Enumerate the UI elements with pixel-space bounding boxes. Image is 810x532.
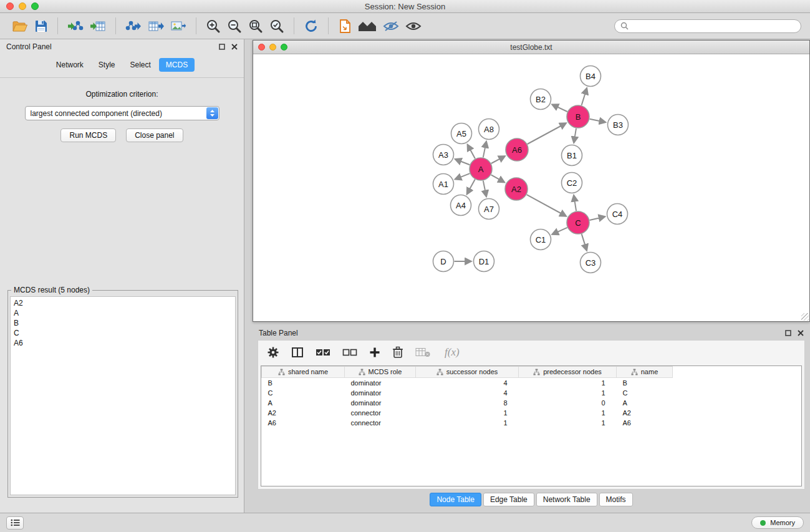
graph-edge-A-A6[interactable] [491, 156, 505, 163]
table-cell[interactable]: A [262, 398, 345, 408]
column-header-name[interactable]: name [617, 367, 673, 378]
table-cell[interactable]: B [262, 378, 345, 388]
graph-node-A7[interactable]: A7 [479, 199, 499, 220]
graph-edge-C-C2[interactable] [574, 195, 576, 211]
graph-node-B1[interactable]: B1 [562, 145, 582, 166]
table-row[interactable]: Bdominator41B [262, 378, 802, 388]
network-window-titlebar[interactable]: testGlobe.txt [253, 41, 809, 54]
export-network-button[interactable] [122, 18, 145, 34]
task-history-button[interactable] [6, 516, 24, 530]
table-cell[interactable]: 8 [416, 398, 519, 408]
network-close-button[interactable] [258, 44, 265, 51]
criterion-dropdown[interactable]: largest connected component (directed) [25, 106, 219, 120]
zoom-window-button[interactable] [31, 2, 39, 10]
mcds-result-item[interactable]: B [14, 318, 232, 328]
graph-node-A2[interactable]: A2 [505, 178, 528, 200]
graph-node-D1[interactable]: D1 [474, 251, 494, 272]
graph-edge-A-A5[interactable] [468, 145, 475, 158]
graph-edge-A-A2[interactable] [491, 175, 504, 182]
table-row[interactable]: A6connector11A6 [262, 418, 802, 428]
column-header-predecessor-nodes[interactable]: predecessor nodes [519, 367, 617, 378]
graph-node-B2[interactable]: B2 [531, 89, 551, 110]
control-tab-style[interactable]: Style [92, 58, 122, 72]
graph-node-D[interactable]: D [433, 251, 454, 272]
network-minimize-button[interactable] [269, 44, 276, 51]
table-tab-edge-table[interactable]: Edge Table [483, 493, 534, 506]
graph-edge-C-C1[interactable] [552, 228, 567, 235]
apply-layout-button[interactable] [301, 17, 322, 35]
show-preview-button[interactable] [402, 19, 425, 34]
zoom-out-button[interactable] [224, 17, 245, 35]
show-columns-button[interactable] [291, 346, 304, 359]
graph-edge-A-A1[interactable] [455, 173, 470, 179]
table-cell[interactable]: A6 [617, 418, 673, 428]
mcds-result-list[interactable]: A2ABCA6 [10, 296, 236, 495]
float-control-panel-button[interactable] [219, 44, 225, 50]
control-tab-network[interactable]: Network [49, 58, 90, 72]
table-row[interactable]: Cdominator41C [262, 388, 802, 398]
zoom-in-button[interactable] [203, 17, 224, 35]
delete-columns-button[interactable] [392, 346, 403, 359]
mcds-result-item[interactable]: A6 [14, 338, 232, 348]
graph-node-A6[interactable]: A6 [506, 138, 528, 161]
graph-node-C4[interactable]: C4 [607, 204, 628, 225]
mcds-result-item[interactable]: A [14, 308, 232, 318]
table-cell[interactable]: 1 [519, 388, 617, 398]
graph-edge-A-A8[interactable] [483, 142, 486, 157]
home-button[interactable] [355, 18, 380, 34]
graph-edge-A2-C[interactable] [527, 195, 566, 216]
select-all-columns-button[interactable] [316, 348, 330, 357]
graph-edge-B-B1[interactable] [574, 128, 576, 143]
export-table-button[interactable] [145, 18, 167, 34]
graph-edge-A6-B[interactable] [528, 123, 566, 145]
table-cell[interactable]: connector [345, 408, 416, 418]
graph-edge-A-A7[interactable] [483, 181, 486, 196]
graph-node-A8[interactable]: A8 [479, 119, 499, 140]
table-tab-node-table[interactable]: Node Table [430, 493, 481, 506]
float-table-panel-button[interactable] [785, 330, 791, 336]
import-table-button[interactable] [87, 18, 109, 34]
unselect-all-columns-button[interactable] [342, 348, 357, 357]
column-header-successor-nodes[interactable]: successor nodes [416, 367, 519, 378]
open-session-button[interactable] [9, 18, 31, 34]
export-document-button[interactable] [335, 17, 355, 35]
graph-edge-C-C4[interactable] [590, 216, 605, 220]
import-network-button[interactable] [64, 18, 87, 34]
minimize-window-button[interactable] [19, 2, 26, 10]
export-image-button[interactable] [167, 18, 190, 34]
table-cell[interactable]: connector [345, 418, 416, 428]
table-options-button[interactable] [267, 346, 279, 359]
mcds-result-item[interactable]: C [14, 328, 232, 338]
node-table-container[interactable]: shared nameMCDS rolesuccessor nodesprede… [261, 365, 802, 486]
graph-node-C[interactable]: C [567, 211, 589, 234]
memory-button[interactable]: Memory [751, 516, 804, 529]
graph-node-C3[interactable]: C3 [581, 253, 601, 273]
save-session-button[interactable] [31, 18, 51, 34]
table-tab-network-table[interactable]: Network Table [536, 493, 597, 506]
mcds-result-item[interactable]: A2 [14, 298, 232, 308]
graph-node-A1[interactable]: A1 [433, 174, 454, 195]
network-zoom-button[interactable] [281, 44, 287, 51]
search-input[interactable] [632, 22, 795, 31]
delete-table-button[interactable] [415, 347, 430, 357]
graph-node-C1[interactable]: C1 [531, 230, 551, 250]
graph-node-B4[interactable]: B4 [581, 66, 601, 87]
control-tab-mcds[interactable]: MCDS [159, 58, 195, 72]
table-cell[interactable]: A2 [262, 408, 345, 418]
network-graph[interactable]: AA6A2BCA5A8A3A1A4A7B2B4B3B1C2C4C1C3DD1 [253, 54, 809, 321]
table-tab-motifs[interactable]: Motifs [599, 493, 633, 506]
column-header-MCDS-role[interactable]: MCDS role [345, 367, 416, 378]
table-cell[interactable]: dominator [345, 398, 416, 408]
control-tab-select[interactable]: Select [123, 58, 158, 72]
graph-node-C2[interactable]: C2 [562, 173, 582, 193]
table-cell[interactable]: 1 [519, 408, 617, 418]
graph-edge-A-A3[interactable] [455, 159, 470, 165]
table-cell[interactable]: 1 [519, 418, 617, 428]
close-control-panel-button[interactable] [231, 44, 238, 50]
table-cell[interactable]: dominator [345, 388, 416, 398]
graph-node-B3[interactable]: B3 [608, 115, 629, 135]
create-column-button[interactable] [369, 347, 380, 358]
graph-edge-A-A4[interactable] [467, 180, 475, 195]
table-cell[interactable]: B [617, 378, 673, 388]
table-cell[interactable]: 4 [416, 378, 519, 388]
